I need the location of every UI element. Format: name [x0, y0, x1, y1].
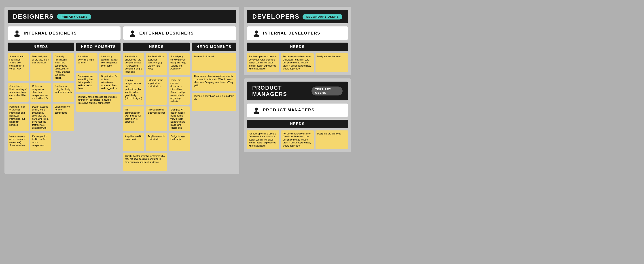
sticky-note: For developers who use the Developer Por… [281, 53, 314, 72]
designers-columns: INTERNAL DESIGNERS NEEDS Source of truth… [8, 27, 236, 171]
sticky-note: Show how everything is put together [76, 53, 98, 71]
sticky-note: No communication with the internal team … [123, 106, 144, 131]
internal-designers-label: INTERNAL DESIGNERS [24, 31, 77, 36]
sticky-note: Designers are the focus [316, 130, 348, 149]
pm-section: PRODUCT MANAGERS TERTIARY USERS PRODUCT … [244, 78, 351, 152]
external-hero-col: HERO MOMENTS Same as for internal Aha mo… [192, 43, 236, 171]
sticky-note: Currently notifications when new compone… [53, 53, 74, 81]
sticky-note: Learning curve for new components [53, 103, 74, 131]
sticky-note: Opportunities for motion - animation of … [99, 73, 120, 92]
sticky-note: Confident in using the design system and… [53, 83, 74, 102]
designers-section: DESIGNERS PRIMARY USERS INTERNAL DESIGNE… [4, 7, 239, 174]
developers-title: DEVELOPERS [252, 13, 300, 20]
right-panel: DEVELOPERS SECONDARY USERS INTERNAL DEVE… [244, 7, 351, 152]
pm-user-bar: PRODUCT MANAGERS [247, 103, 348, 117]
internal-hero-header: HERO MOMENTS [76, 43, 120, 51]
sticky-note: Amplifies need to contextualize [146, 133, 167, 151]
sticky-note: For developers who use the Developer Por… [281, 130, 314, 149]
internal-hero-grid: Show how everything is put together Case… [76, 53, 120, 112]
sticky-note: Case study explorer - explain how things… [99, 53, 120, 71]
sticky-note: Pain point- a lot of granular informatio… [8, 103, 28, 131]
internal-designers-bar: INTERNAL DESIGNERS [8, 27, 120, 40]
avatar-icon [128, 29, 137, 37]
developers-header: DEVELOPERS SECONDARY USERS [247, 10, 348, 23]
sticky-note: For 3rd-party service provider designers… [168, 53, 190, 75]
pm-badge: TERTIARY USERS [312, 86, 342, 95]
external-designers-group: EXTERNAL DESIGNERS NEEDS Permissions dif… [123, 27, 236, 171]
sticky-note: Knowing which tool to use for which comp… [30, 133, 52, 151]
sticky-note: Harder for external designers - internal… [168, 77, 190, 105]
sticky-note: More examples of best use-case (contextu… [8, 133, 28, 151]
avatar-icon [252, 106, 260, 114]
sticky-note: Flow example is external designer - [146, 106, 167, 131]
external-hero-grid: Same as for internal Aha moment about ec… [192, 53, 236, 111]
sticky-note: Design systems usually found through dev… [30, 103, 52, 131]
avatar-icon [13, 29, 21, 37]
internal-needs-grid: Source of truth information - Why to use… [8, 53, 74, 151]
external-designers-label: EXTERNAL DESIGNERS [139, 31, 194, 36]
internal-devs-bar: INTERNAL DEVELOPERS [247, 27, 348, 40]
external-hero-header: HERO MOMENTS [192, 43, 236, 51]
internal-devs-label: INTERNAL DEVELOPERS [263, 31, 320, 36]
external-needs-col: NEEDS Permissions differences - pre-desi… [123, 43, 190, 171]
sticky-note: Amplifies need to contextualize [123, 133, 144, 151]
internal-hero-col: HERO MOMENTS Show how everything is put … [76, 43, 120, 151]
internal-needs-header: NEEDS [8, 43, 74, 51]
sticky-note: Reference designs - to show how componen… [30, 83, 52, 102]
internal-designers-group: INTERNAL DESIGNERS NEEDS Source of truth… [8, 27, 120, 171]
external-needs-header: NEEDS [123, 43, 190, 51]
external-needs-grid: Permissions differences - pre-designer a… [123, 53, 190, 171]
svg-point-5 [254, 34, 259, 37]
designers-title: DESIGNERS [13, 13, 54, 20]
main-layout: DESIGNERS PRIMARY USERS INTERNAL DESIGNE… [4, 7, 640, 174]
dev-needs-grid: For developers who use the Developer Por… [247, 53, 348, 72]
pm-header: PRODUCT MANAGERS TERTIARY USERS [247, 82, 348, 100]
sticky-note: Example: VP design at Nike - being able … [168, 106, 190, 131]
designers-header: DESIGNERS PRIMARY USERS [8, 10, 236, 23]
internal-needs-hero: NEEDS Source of truth information - Why … [8, 43, 120, 151]
svg-point-6 [255, 107, 258, 111]
external-designers-bar: EXTERNAL DESIGNERS [123, 27, 236, 40]
sticky-note: Showing where something lives in the pro… [76, 73, 98, 92]
developers-badge: SECONDARY USERS [302, 14, 342, 20]
svg-point-0 [16, 31, 18, 34]
pm-title: PRODUCT MANAGERS [252, 85, 308, 97]
avatar-icon [252, 29, 260, 37]
designers-badge: PRIMARY USERS [57, 14, 91, 20]
svg-point-3 [130, 34, 135, 37]
sticky-note: Meet designers where they are in their w… [30, 53, 52, 81]
developers-section: DEVELOPERS SECONDARY USERS INTERNAL DEVE… [244, 7, 351, 75]
sticky-note: Permissions differences - pre-designer a… [123, 53, 144, 75]
sticky-note: External designers - may not be professi… [123, 77, 144, 105]
sticky-note: For ServiceNow customer designers (e.g.,… [146, 53, 167, 75]
internal-needs-col: NEEDS Source of truth information - Why … [8, 43, 74, 151]
sticky-note: Designers are the focus [316, 53, 348, 72]
sticky-note: Design thought leadership [168, 133, 190, 151]
svg-point-7 [254, 111, 259, 114]
sticky-note: Checks box for potential customers who m… [123, 153, 167, 171]
sticky-note: They get it They have to get it to do th… [192, 93, 236, 111]
sticky-note: Externally more important to contextuali… [146, 77, 167, 105]
sticky-note: For developers who use the Developer Por… [247, 130, 279, 149]
pm-needs-grid: For developers who use the Developer Por… [247, 130, 348, 149]
designers-box: DESIGNERS PRIMARY USERS INTERNAL DESIGNE… [4, 7, 239, 174]
dev-needs-header: NEEDS [247, 43, 348, 51]
sticky-note: For developers who use the Developer Por… [247, 53, 279, 72]
pm-needs-header: NEEDS [247, 120, 348, 128]
sticky-note: Aha moment about ecosystem - what is com… [192, 73, 236, 91]
svg-point-1 [14, 34, 20, 37]
external-needs-hero: NEEDS Permissions differences - pre-desi… [123, 43, 236, 171]
developers-inner: DEVELOPERS SECONDARY USERS INTERNAL DEVE… [244, 7, 351, 75]
sticky-note: Contextual - Understanding of when somet… [8, 83, 28, 102]
svg-point-2 [131, 31, 134, 34]
svg-point-4 [255, 31, 258, 34]
pm-label: PRODUCT MANAGERS [263, 108, 314, 112]
sticky-note: Same as for internal [192, 53, 236, 71]
sticky-note: Internally have discussed opportunities … [76, 94, 120, 112]
sticky-note: Source of truth information - Why to use… [8, 53, 28, 81]
